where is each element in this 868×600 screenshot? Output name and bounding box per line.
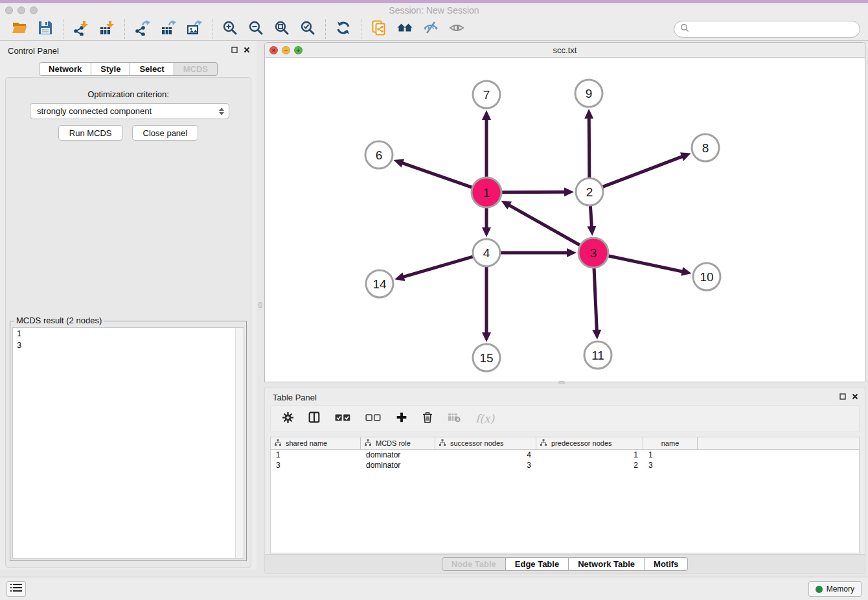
tab-edge-table[interactable]: Edge Table: [506, 557, 569, 571]
tab-style[interactable]: Style: [91, 62, 130, 76]
table-row[interactable]: 1dominator411: [271, 450, 859, 460]
memory-status-icon: [816, 586, 823, 593]
tab-select[interactable]: Select: [130, 62, 174, 76]
graph-edge-4-14[interactable]: [403, 257, 474, 277]
result-scrollbar[interactable]: [235, 328, 244, 558]
float-panel-icon[interactable]: [231, 47, 238, 53]
export-network-button[interactable]: [133, 20, 152, 38]
columns-icon: [308, 411, 320, 426]
column-header-name[interactable]: name: [643, 437, 698, 449]
close-panel-icon[interactable]: [852, 393, 858, 400]
task-history-button[interactable]: [6, 581, 26, 597]
column-settings-button[interactable]: [282, 411, 293, 426]
show-details-button[interactable]: [447, 20, 466, 38]
column-header-shared-name[interactable]: shared name: [271, 437, 361, 449]
graph-node-label: 8: [702, 141, 709, 155]
mcds-result-list[interactable]: 13: [12, 327, 244, 559]
export-table-button[interactable]: [159, 20, 178, 38]
graph-edge-2-8[interactable]: [602, 156, 683, 187]
refresh-arrows-icon: [336, 20, 351, 38]
column-header-predecessor-nodes[interactable]: predecessor nodes: [536, 437, 643, 449]
table-cell[interactable]: 3: [643, 460, 698, 470]
tab-network-table[interactable]: Network Table: [569, 557, 645, 571]
tab-motifs[interactable]: Motifs: [645, 557, 688, 571]
network-window-titlebar[interactable]: × − + scc.txt: [265, 43, 865, 58]
table-cell[interactable]: 2: [536, 460, 643, 470]
graph-edge-arrowhead: [482, 110, 491, 120]
open-session-button[interactable]: [10, 20, 29, 38]
homes-icon: [397, 20, 413, 38]
zoom-selected-button[interactable]: [298, 20, 317, 38]
graph-edge-3-11[interactable]: [594, 268, 597, 331]
graph-edge-arrowhead: [564, 187, 574, 196]
column-label: successor nodes: [450, 439, 504, 447]
zoom-fit-button[interactable]: [272, 20, 291, 38]
graph-edge-3-1[interactable]: [508, 205, 580, 246]
show-columns-button[interactable]: [308, 411, 320, 426]
close-panel-button[interactable]: Close panel: [132, 125, 199, 141]
table-cell[interactable]: 1: [643, 450, 698, 460]
criterion-dropdown[interactable]: strongly connected component: [30, 103, 229, 119]
float-panel-icon[interactable]: [839, 393, 846, 400]
zoom-out-button[interactable]: [246, 20, 266, 38]
table-cell[interactable]: dominator: [361, 460, 435, 470]
table-cell[interactable]: 1: [271, 450, 361, 460]
column-label: shared name: [286, 439, 327, 447]
checked-boxes-icon: [335, 413, 350, 425]
network-splitter-grip[interactable]: [558, 381, 565, 384]
table-cell[interactable]: 3: [271, 460, 361, 470]
hide-details-button[interactable]: [421, 20, 440, 38]
graph-node-label: 6: [376, 148, 383, 162]
network-title: scc.txt: [265, 45, 865, 55]
import-network-button[interactable]: [71, 20, 91, 38]
run-mcds-button[interactable]: Run MCDS: [58, 125, 123, 141]
deselect-all-button[interactable]: [365, 411, 381, 426]
import-network-icon: [73, 20, 89, 38]
graph-edge-1-2[interactable]: [501, 192, 565, 192]
delete-table-button: [448, 411, 461, 426]
select-all-button[interactable]: [335, 411, 350, 426]
add-row-button[interactable]: [396, 411, 407, 426]
graph-edge-1-6[interactable]: [402, 163, 472, 187]
apply-layout-button[interactable]: [334, 20, 353, 38]
table-cell[interactable]: dominator: [361, 450, 435, 460]
table-cell[interactable]: 1: [536, 450, 643, 460]
network-canvas[interactable]: 7968124314101511: [265, 58, 865, 382]
search-field[interactable]: [674, 21, 860, 38]
splitter-grip[interactable]: [258, 302, 262, 308]
tab-mcds[interactable]: MCDS: [174, 62, 218, 76]
column-header-MCDS-role[interactable]: MCDS role: [361, 437, 435, 449]
export-image-button[interactable]: [185, 20, 204, 38]
delete-row-button[interactable]: [422, 411, 433, 426]
table-row[interactable]: 3dominator323: [271, 460, 859, 470]
column-header-successor-nodes[interactable]: successor nodes: [435, 437, 536, 449]
show-all-button[interactable]: [395, 20, 415, 38]
memory-button[interactable]: Memory: [808, 581, 862, 597]
search-input[interactable]: [689, 25, 860, 34]
graph-edge-2-9[interactable]: [589, 117, 589, 178]
tab-network[interactable]: Network: [39, 62, 91, 76]
list-icon: [10, 583, 22, 595]
import-table-button[interactable]: [97, 20, 117, 38]
zoom-in-button[interactable]: [220, 20, 240, 38]
dropdown-stepper-icon: [219, 108, 224, 115]
node-table[interactable]: shared nameMCDS rolesuccessor nodesprede…: [270, 437, 860, 553]
graph-edge-2-3[interactable]: [590, 205, 591, 227]
mcds-result-group: MCDS result (2 nodes) 13: [10, 321, 247, 561]
save-session-button[interactable]: [36, 20, 55, 38]
graph-edge-arrowhead: [482, 227, 491, 237]
function-icon: f(x): [475, 412, 494, 425]
table-panel-header: Table Panel: [265, 387, 865, 407]
tab-node-table[interactable]: Node Table: [442, 557, 506, 571]
table-cell[interactable]: 3: [435, 460, 536, 470]
table-cell[interactable]: 4: [435, 450, 536, 460]
result-line: 1: [13, 328, 244, 340]
panel-splitter[interactable]: [257, 41, 264, 577]
graph-edge-arrowhead: [584, 109, 593, 119]
close-panel-icon[interactable]: [244, 47, 250, 53]
table-header-row: shared nameMCDS rolesuccessor nodesprede…: [271, 437, 859, 450]
graph-edge-3-10[interactable]: [608, 256, 683, 272]
graph-edge-arrowhead: [592, 330, 601, 340]
save-floppy-icon: [38, 20, 53, 38]
clone-network-button[interactable]: [369, 20, 389, 38]
